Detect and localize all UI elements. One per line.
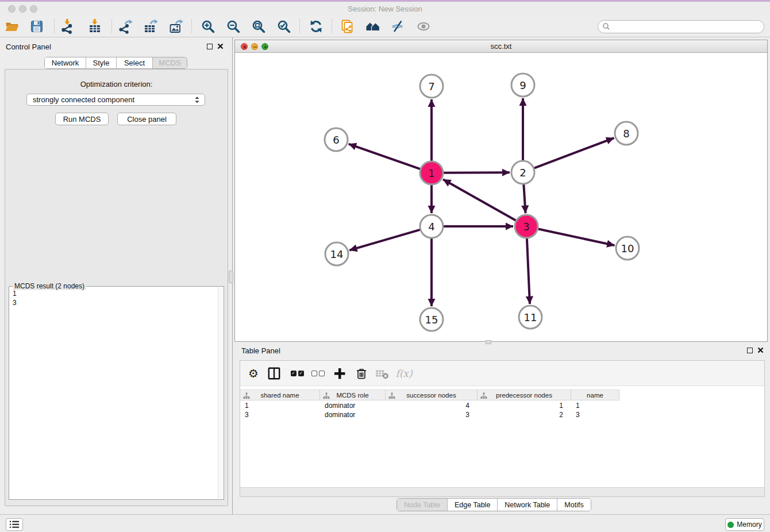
select-all-icon[interactable]: ✓✓ <box>290 366 305 381</box>
network-file-icon[interactable] <box>340 19 355 34</box>
tab-style[interactable]: Style <box>86 57 117 68</box>
column-type-icon <box>388 392 395 399</box>
deselect-all-icon[interactable] <box>310 366 325 381</box>
vertical-splitter-handle[interactable] <box>229 271 233 283</box>
zoom-out-icon[interactable] <box>226 19 241 34</box>
close-panel-button[interactable]: Close panel <box>117 113 176 125</box>
zoom-fit-icon[interactable] <box>251 19 266 34</box>
run-mcds-button[interactable]: Run MCDS <box>55 113 109 125</box>
table-row[interactable]: 1dominator411 <box>240 401 764 410</box>
import-network-icon[interactable] <box>60 19 75 34</box>
column-header[interactable]: predecessor nodes <box>478 390 571 400</box>
add-icon[interactable] <box>332 366 347 381</box>
table-row[interactable]: 3dominator323 <box>240 410 764 419</box>
table-cell[interactable]: 3 <box>571 410 619 419</box>
chevron-updown-icon <box>194 96 201 104</box>
table-cell[interactable]: 2 <box>478 410 571 419</box>
table-cell[interactable]: 1 <box>240 401 320 410</box>
search-input[interactable] <box>598 20 764 33</box>
columns-icon[interactable] <box>267 366 282 381</box>
houses-icon[interactable] <box>365 19 380 34</box>
memory-button[interactable]: Memory <box>725 518 764 531</box>
table-hscroll-area[interactable] <box>240 487 764 496</box>
tab-motifs[interactable]: Motifs <box>557 499 590 511</box>
table-cell[interactable]: 1 <box>571 401 619 410</box>
horizontal-splitter-handle[interactable] <box>486 340 491 344</box>
network-view-window: scc.txt 7968124314101511 <box>234 40 768 342</box>
save-icon[interactable] <box>29 19 44 34</box>
column-header-label: name <box>587 392 603 399</box>
table-panel-title: Table Panel <box>241 346 280 355</box>
tab-select[interactable]: Select <box>117 57 153 68</box>
result-scrollbar[interactable] <box>218 287 223 499</box>
export-table-icon[interactable] <box>143 19 158 34</box>
float-panel-icon[interactable] <box>207 44 213 49</box>
import-table-icon[interactable] <box>87 19 102 34</box>
refresh-icon[interactable] <box>309 19 324 34</box>
mcds-panel: Optimization criterion: strongly connect… <box>5 69 228 506</box>
control-panel-tabs: Network Style Select MCDS <box>44 57 187 69</box>
criterion-select[interactable]: strongly connected component <box>26 94 205 106</box>
table-cell[interactable]: dominator <box>320 410 386 419</box>
optimization-criterion-label: Optimization criterion: <box>5 80 228 88</box>
zoom-selected-icon[interactable] <box>276 19 291 34</box>
column-header-label: shared name <box>260 392 299 399</box>
gear-icon[interactable]: ⚙ <box>246 366 261 381</box>
graph-edge[interactable] <box>538 229 615 245</box>
graph-node-label: 6 <box>333 134 339 146</box>
float-table-panel-icon[interactable] <box>747 348 753 353</box>
tab-edge-table[interactable]: Edge Table <box>448 499 498 511</box>
mcds-result-title: MCDS result (2 nodes) <box>13 282 86 290</box>
delete-table-icon <box>375 366 390 381</box>
tab-mcds[interactable]: MCDS <box>153 57 187 68</box>
graph-node-label: 8 <box>623 128 629 140</box>
tab-network[interactable]: Network <box>45 57 86 68</box>
graph-edge[interactable] <box>444 172 510 173</box>
graph-edge[interactable] <box>523 184 525 213</box>
toolbar-separator <box>111 20 112 33</box>
column-header[interactable]: successor nodes <box>386 390 478 400</box>
export-image-icon[interactable] <box>168 19 183 34</box>
network-window-title: scc.txt <box>235 42 767 51</box>
graph-edge[interactable] <box>527 238 530 304</box>
close-table-panel-icon[interactable] <box>757 347 764 353</box>
toolbar-separator <box>54 20 55 33</box>
column-header[interactable]: name <box>571 390 619 400</box>
table-cell[interactable]: 1 <box>478 401 571 410</box>
graph-edge[interactable] <box>349 230 420 250</box>
table-cell[interactable]: 3 <box>240 410 320 419</box>
close-panel-icon[interactable] <box>217 43 224 49</box>
task-history-button[interactable] <box>6 518 23 531</box>
mcds-result-text[interactable]: 1 3 <box>13 289 17 307</box>
titlebar: Session: New Session <box>0 2 770 16</box>
table-cell[interactable]: 4 <box>386 401 478 410</box>
eye-icon[interactable] <box>416 19 431 34</box>
column-header[interactable]: shared name <box>240 390 320 400</box>
network-window-titlebar: scc.txt <box>235 40 767 53</box>
search-icon <box>602 22 610 30</box>
node-table: ⚙ ✓✓ f(x) shared nameMCDS rolesuccessor … <box>240 360 765 497</box>
graph-edge[interactable] <box>443 179 516 220</box>
folder-open-icon[interactable] <box>5 19 20 34</box>
table-tabs: Node Table Edge Table Network Table Moti… <box>396 498 591 511</box>
tab-node-table[interactable]: Node Table <box>397 499 448 511</box>
table-cell[interactable]: 3 <box>386 410 478 419</box>
column-header-label: successor nodes <box>406 392 456 399</box>
zoom-in-icon[interactable] <box>201 19 215 34</box>
graph-node-label: 11 <box>524 311 537 323</box>
export-network-icon[interactable] <box>118 19 133 34</box>
table-toolbar: ⚙ ✓✓ f(x) <box>240 361 764 386</box>
toolbar-separator <box>191 20 192 33</box>
network-canvas[interactable]: 7968124314101511 <box>235 53 767 341</box>
toolbar-separator <box>299 20 300 33</box>
trash-icon[interactable] <box>354 366 369 381</box>
tab-network-table[interactable]: Network Table <box>498 499 557 511</box>
graph-edge[interactable] <box>534 138 614 168</box>
graph-edge[interactable] <box>349 144 420 169</box>
table-header-row: shared nameMCDS rolesuccessor nodesprede… <box>240 390 619 400</box>
column-header[interactable]: MCDS role <box>320 390 386 400</box>
table-cell[interactable]: dominator <box>320 401 386 410</box>
column-header-label: predecessor nodes <box>496 392 552 399</box>
eye-slash-icon[interactable] <box>390 19 405 34</box>
table-panel-header: Table Panel <box>234 344 770 358</box>
